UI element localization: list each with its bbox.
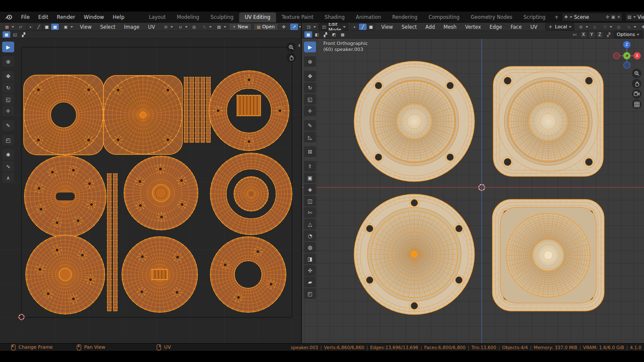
zoom-in-button[interactable] <box>286 42 296 52</box>
uv-island-long-strip-2[interactable] <box>113 173 118 311</box>
uv-snap-dropdown[interactable]: ∪ <box>176 24 188 30</box>
select-mode-edge[interactable]: ╱ <box>359 24 367 30</box>
pin-icon[interactable]: ✜ <box>606 15 609 19</box>
editor-type-dropdown[interactable]: ◳ <box>304 24 317 30</box>
open-image-button[interactable]: ▤Open <box>253 23 278 30</box>
menu-edit[interactable]: Edit <box>34 13 52 21</box>
pan-button[interactable] <box>632 79 641 88</box>
image-browse-dropdown[interactable]: ▧ <box>214 24 227 30</box>
select-mode-face[interactable]: ■ <box>367 24 375 30</box>
tab-layout[interactable]: Layout <box>143 12 171 22</box>
vp-cursor-tool[interactable]: ⊕ <box>304 56 316 67</box>
select-mode-vertex[interactable]: ∙ <box>351 24 358 30</box>
uv-island-block-top[interactable] <box>237 95 261 116</box>
zoom-button[interactable] <box>632 69 641 78</box>
vp-transform-tool[interactable]: ✛ <box>304 106 316 116</box>
uv-sync-selection-toggle[interactable]: ⇄ <box>17 24 24 30</box>
uv-rotate-tool[interactable]: ↻ <box>2 82 14 93</box>
uv-select-mode-edge[interactable]: ╱ <box>35 24 43 30</box>
vp-edge-slide-tool[interactable]: ◨ <box>304 253 316 264</box>
menu-file[interactable]: File <box>17 13 34 21</box>
show-gizmo-dropdown[interactable]: ✥ <box>639 24 644 30</box>
uv-tweak-tool[interactable]: ▶ <box>2 42 14 52</box>
vp-loop-cut-tool[interactable]: ◫ <box>304 196 316 206</box>
pivot-dropdown[interactable]: ⊙ <box>576 24 589 30</box>
pan-button[interactable] <box>286 53 296 62</box>
vp-menu-uv[interactable]: UV <box>526 23 541 31</box>
vp-annotate-tool[interactable]: ✎ <box>304 120 316 131</box>
new-image-button[interactable]: ＋New <box>229 23 252 30</box>
tab-modeling[interactable]: Modeling <box>171 12 205 22</box>
vp-menu-view[interactable]: View <box>377 23 397 31</box>
uv-transform-tool[interactable]: ✛ <box>2 106 14 116</box>
uv-rip-region-tool[interactable]: ◰ <box>2 135 14 145</box>
uv-select-mode-island[interactable]: ▦ <box>51 24 59 30</box>
uv-island-strip-2[interactable] <box>189 77 194 142</box>
vp-rotate-tool[interactable]: ↻ <box>304 82 316 93</box>
speaker-front-round[interactable] <box>354 61 474 181</box>
tab-shading[interactable]: Shading <box>319 12 350 22</box>
vp-inset-faces-tool[interactable]: ▣ <box>304 172 316 183</box>
speaker-back-round[interactable] <box>354 194 474 314</box>
vp-spin-tool[interactable]: ◔ <box>304 230 316 241</box>
close-icon[interactable]: ✕ <box>617 15 620 19</box>
tab-animation[interactable]: Animation <box>350 12 387 22</box>
uv-menu-view[interactable]: View <box>76 23 96 31</box>
uv-tool-settings-toggle-3[interactable]: ▞ <box>20 31 27 38</box>
uv-relax-tool[interactable]: ∿ <box>2 161 14 172</box>
mirror-axis-y[interactable]: Y <box>588 31 595 38</box>
uv-pinch-tool[interactable]: ∧ <box>2 172 14 183</box>
perspective-toggle-button[interactable] <box>632 100 641 109</box>
view-layer-selector[interactable]: ▤ ViewLayer ▣ ✕ <box>625 13 644 21</box>
proportional-editing-toggle[interactable]: ◎ <box>615 24 623 30</box>
uv-cursor-tool[interactable]: ⊕ <box>2 56 14 67</box>
vp-menu-mesh[interactable]: Mesh <box>439 23 461 31</box>
uv-select-mode-vertex[interactable]: ∙ <box>27 24 34 30</box>
uv-island-strip-4[interactable] <box>200 77 205 142</box>
tab-uv-editing[interactable]: UV Editing <box>239 12 276 22</box>
vp-scale-tool[interactable]: ◱ <box>304 94 316 105</box>
falloff-dropdown[interactable]: ∿ <box>624 24 637 30</box>
sticky-selection-dropdown[interactable]: ▣ <box>61 24 74 30</box>
gizmo-neg-x[interactable] <box>614 53 620 59</box>
tab-rendering[interactable]: Rendering <box>386 12 423 22</box>
vp-shrink-fatten-tool[interactable]: ✣ <box>304 265 316 276</box>
viewport-canvas[interactable] <box>302 39 644 343</box>
uv-tool-settings-toggle-2[interactable]: ◱ <box>11 31 19 38</box>
new-scene-icon[interactable]: ▣ <box>611 15 615 19</box>
uv-tool-settings-toggle-1[interactable]: ▦ <box>3 31 10 38</box>
menu-window[interactable]: Window <box>79 13 108 21</box>
mirror-axis-z[interactable]: Z <box>596 31 604 38</box>
uv-menu-select[interactable]: Select <box>96 23 119 31</box>
collapse-panel-arrow[interactable] <box>298 44 300 47</box>
uv-island-strip-3[interactable] <box>195 77 200 142</box>
vp-rip-region-tool[interactable]: ◰ <box>304 288 316 299</box>
snap-target-dropdown[interactable]: ∷ <box>600 24 613 30</box>
view-layer-name[interactable]: ViewLayer <box>638 14 644 20</box>
uv-island-cone-b[interactable] <box>25 235 105 314</box>
uv-annotate-tool[interactable]: ✎ <box>2 120 14 131</box>
vp-tool-settings-toggle-2[interactable]: ◧ <box>313 31 321 38</box>
mirror-axis-x[interactable]: X <box>580 31 587 38</box>
uv-islands[interactable] <box>7 58 292 314</box>
camera-view-button[interactable] <box>632 89 641 99</box>
vp-bevel-tool[interactable]: ◈ <box>304 184 316 195</box>
vp-tweak-tool[interactable]: ▶ <box>304 42 316 52</box>
uv-island-magnet[interactable] <box>24 155 106 238</box>
vp-menu-edge[interactable]: Edge <box>485 23 506 31</box>
uv-island-cone-a[interactable] <box>124 156 198 230</box>
uv-move-tool[interactable]: ✥ <box>2 71 14 81</box>
uv-island-ring-bottom[interactable] <box>210 236 286 313</box>
uv-island-strip-1[interactable] <box>184 77 188 142</box>
uv-island-long-strip-1[interactable] <box>107 173 112 311</box>
region-divider[interactable] <box>301 22 302 343</box>
speaker-front-square[interactable] <box>466 39 631 204</box>
vp-shear-tool[interactable]: ▰ <box>304 277 316 287</box>
vp-tool-settings-toggle-1[interactable]: ▦ <box>304 31 312 38</box>
uv-island-cone-c[interactable] <box>122 236 198 313</box>
editor-type-dropdown[interactable]: ▦ <box>2 24 15 30</box>
tab-compositing[interactable]: Compositing <box>423 12 465 22</box>
vp-move-tool[interactable]: ✥ <box>304 71 316 81</box>
options-dropdown[interactable]: Options <box>614 31 642 38</box>
uv-falloff-dropdown[interactable]: ∿ <box>200 24 213 30</box>
